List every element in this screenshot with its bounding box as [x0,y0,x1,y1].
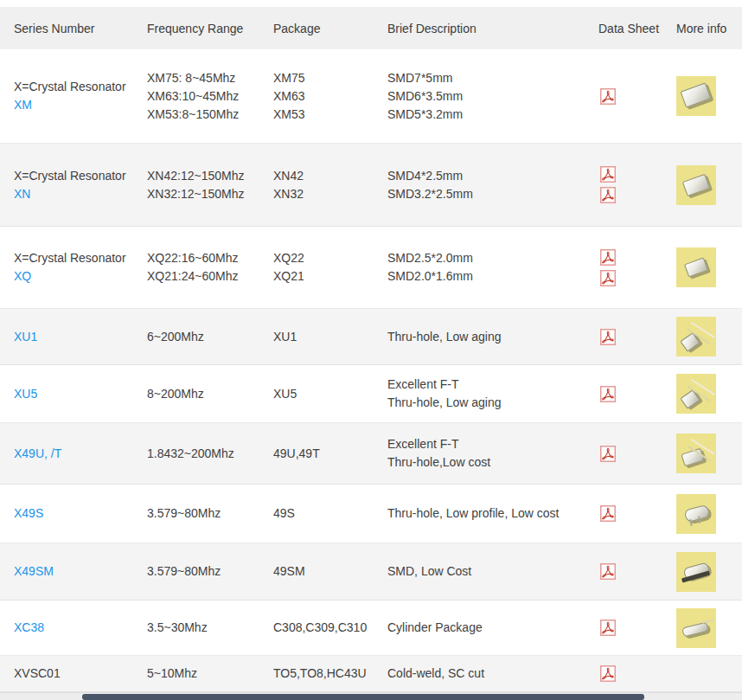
product-photo[interactable] [676,552,716,592]
series-link[interactable]: XU5 [14,385,147,403]
series-link[interactable]: X49U, /T [14,445,147,463]
series-number-cell: X=Crystal Resonator XM [14,78,147,114]
pdf-icon [600,505,616,522]
product-photo[interactable] [676,247,716,287]
datasheet-pdf-link[interactable] [600,563,616,580]
package-line: 49U,49T [273,445,387,463]
product-photo[interactable] [676,608,716,648]
more-info-cell [676,608,742,648]
description-cell: SMD2.5*2.0mmSMD2.0*1.6mm [387,249,598,286]
description-line: Excellent F-T [387,435,598,453]
datasheet-pdf-link[interactable] [600,386,616,402]
description-cell: Thru-hole, Low profile, Low cost [387,504,598,523]
datasheet-pdf-link[interactable] [600,620,616,636]
series-link[interactable]: XN [14,185,147,203]
series-number-cell: XU1 [14,328,147,346]
series-prefix: XVSC01 [14,665,147,683]
package-cell: XU1 [273,328,387,346]
more-info-cell [676,552,742,592]
column-header-more-info: More info [676,22,742,35]
series-number-cell: X49SM [14,562,147,581]
series-number-cell: X49U, /T [14,445,147,463]
frequency-line: XM53:8~150Mhz [147,106,273,124]
more-info-cell [676,165,742,205]
product-photo[interactable] [676,433,716,473]
pdf-icon [600,88,616,105]
datasheet-pdf-link[interactable] [600,329,616,345]
series-link[interactable]: XU1 [14,328,147,346]
description-line: Thru-hole, Low aging [387,394,598,412]
description-cell: Excellent F-TThru-hole, Low aging [387,376,598,412]
crystal-resonator-product-table-page: Series Number Frequency Range Package Br… [0,0,742,700]
product-photo[interactable] [676,165,716,205]
description-line: SMD5*3.2mm [387,106,598,124]
pdf-icon [600,386,616,402]
description-line: Thru-hole, Low profile, Low cost [387,504,598,523]
table-row: X49SM 3.579~80Mhz 49SM SMD, Low Cost [0,543,742,600]
series-link[interactable]: X49SM [14,562,147,581]
package-line: XM75 [273,69,387,87]
series-link[interactable]: XM [14,96,147,114]
more-info-cell [676,433,742,473]
pdf-icon [600,249,616,266]
table-row: X=Crystal Resonator XM XM75: 8~45MhzXM63… [0,49,742,144]
product-photo[interactable] [676,76,716,116]
product-photo[interactable] [676,494,716,534]
table-row: X=Crystal Resonator XN XN42:12~150MhzXN3… [0,144,742,227]
datasheet-pdf-link[interactable] [600,505,616,522]
pdf-icon [600,329,616,345]
series-number-cell: X49S [14,504,147,523]
frequency-line: XN42:12~150Mhz [147,167,273,185]
frequency-cell: 8~200Mhz [147,385,273,403]
pdf-icon [600,270,616,286]
datasheet-cell [598,249,676,286]
frequency-line: XQ21:24~60Mhz [147,267,273,286]
series-link[interactable]: X49S [14,504,147,523]
product-photo[interactable] [676,374,716,414]
table-row: XC38 3.5~30Mhz C308,C309,C310 Cylinder P… [0,600,742,656]
table-row: XU1 6~200Mhz XU1 Thru-hole, Low aging [0,309,742,365]
description-line: SMD7*5mm [387,69,598,87]
datasheet-cell [598,505,676,522]
datasheet-pdf-link[interactable] [600,446,616,462]
pdf-icon [600,166,616,183]
description-cell: SMD4*2.5mmSMD3.2*2.5mm [387,167,598,203]
package-cell: XU5 [273,385,387,403]
frequency-cell: 3.579~80Mhz [147,504,273,523]
table-row: X=Crystal Resonator XQ XQ22:16~60MhzXQ21… [0,227,742,309]
column-header-brief-description: Brief Description [387,22,598,35]
datasheet-pdf-link[interactable] [600,187,616,203]
more-info-cell [676,374,742,414]
series-number-cell: XC38 [14,619,147,637]
column-header-data-sheet: Data Sheet [598,22,676,35]
datasheet-pdf-link[interactable] [600,249,616,266]
package-line: TO5,TO8,HC43U [273,665,387,683]
product-photo[interactable] [676,317,716,356]
datasheet-pdf-link[interactable] [600,166,616,183]
frequency-line: XQ22:16~60Mhz [147,249,273,267]
description-cell: Thru-hole, Low aging [387,328,598,346]
series-link[interactable]: XQ [14,267,147,286]
package-line: XM63 [273,87,387,106]
description-line: SMD3.2*2.5mm [387,185,598,203]
datasheet-pdf-link[interactable] [600,270,616,286]
package-cell: 49U,49T [273,445,387,463]
datasheet-pdf-link[interactable] [600,88,616,105]
description-line: SMD6*3.5mm [387,87,598,106]
table-row: XU5 8~200Mhz XU5 Excellent F-TThru-hole,… [0,365,742,423]
scrollbar-thumb[interactable] [82,694,644,700]
frequency-line: 6~200Mhz [147,328,273,346]
package-cell: 49S [273,504,387,523]
datasheet-pdf-link[interactable] [600,665,616,682]
frequency-cell: 5~10Mhz [147,665,273,683]
series-prefix: X=Crystal Resonator [14,249,147,267]
horizontal-scrollbar[interactable] [0,692,742,700]
package-line: 49S [273,504,387,523]
series-link[interactable]: XC38 [14,619,147,637]
package-line: XQ22 [273,249,387,267]
description-cell: Cylinder Package [387,619,598,637]
description-line: SMD2.0*1.6mm [387,267,598,286]
datasheet-cell [598,665,676,682]
table-header-row: Series Number Frequency Range Package Br… [0,7,742,49]
description-cell: Excellent F-TThru-hole,Low cost [387,435,598,472]
